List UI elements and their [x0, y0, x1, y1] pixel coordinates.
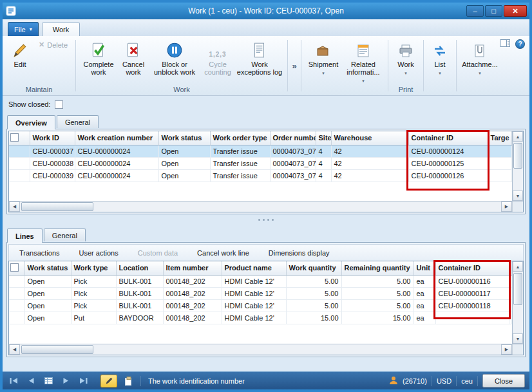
tab-general-bottom[interactable]: General — [44, 229, 86, 241]
first-record-button[interactable] — [7, 375, 20, 387]
scroll-right-button[interactable]: ▶ — [501, 344, 512, 355]
cancel-work-line-button[interactable]: Cancel work line — [197, 249, 249, 257]
ribbon-overflow-chevron[interactable]: » — [289, 36, 299, 95]
ribbon-tab-work[interactable]: Work — [42, 23, 80, 36]
vertical-scrollbar[interactable]: ▲ ▼ — [512, 261, 523, 344]
scroll-left-button[interactable]: ◀ — [9, 344, 20, 355]
pane-splitter[interactable] — [3, 214, 529, 225]
file-menu-button[interactable]: File ▾ — [8, 22, 39, 36]
ribbon-group-maintain: Edit ✕ Delete Maintain — [4, 36, 74, 95]
grid-cell: ea — [413, 275, 435, 287]
grid-cell: Transfer issue — [210, 145, 270, 157]
edit-record-button[interactable] — [100, 375, 117, 387]
table-row[interactable]: CEU-000038 CEU-000000024 Open Transfer i… — [9, 157, 512, 169]
ribbon-group-attachments: Attachme... ▾ — [458, 36, 502, 95]
work-exceptions-log-button[interactable]: Work exceptions log — [235, 38, 284, 77]
attachments-button[interactable]: Attachme... ▾ — [460, 38, 500, 79]
complete-work-button[interactable]: Complete work — [79, 38, 118, 77]
table-row[interactable]: CEU-000039 CEU-000000024 Open Transfer i… — [9, 169, 512, 182]
scroll-left-button[interactable]: ◀ — [9, 201, 20, 212]
edit-button[interactable]: Edit — [6, 38, 34, 70]
window-title: Work (1 - ceu) - Work ID: CEU-000037, Op… — [3, 6, 529, 15]
maximize-button[interactable]: □ — [485, 5, 502, 17]
help-icon[interactable]: ? — [515, 39, 525, 49]
column-header-work-type[interactable]: Work type — [71, 261, 116, 275]
paste-icon[interactable] — [122, 375, 136, 387]
scroll-up-button[interactable]: ▲ — [513, 261, 523, 272]
column-header-work-id[interactable]: Work ID — [30, 131, 75, 145]
column-header-site[interactable]: Site — [316, 131, 331, 145]
tab-lines[interactable]: Lines — [7, 229, 43, 243]
last-record-button[interactable] — [77, 375, 90, 387]
list-label: List — [434, 61, 445, 68]
scroll-right-button[interactable]: ▶ — [501, 201, 512, 212]
minimize-button[interactable]: – — [466, 5, 484, 17]
column-header-work-quantity[interactable]: Work quantity — [286, 261, 341, 275]
select-all-header — [9, 131, 30, 145]
column-header-work-order-type[interactable]: Work order type — [210, 131, 270, 145]
scroll-thumb[interactable] — [513, 143, 522, 169]
scroll-thumb[interactable] — [21, 345, 93, 354]
column-header-container-id[interactable]: Container ID — [435, 261, 509, 275]
column-header-container-id[interactable]: Container ID — [408, 131, 488, 145]
work-print-button[interactable]: Work ▾ — [392, 38, 420, 79]
layout-panes-icon[interactable] — [500, 39, 511, 49]
select-all-checkbox[interactable] — [10, 263, 19, 272]
table-row[interactable]: Open Put BAYDOOR 000148_202 HDMI Cable 1… — [9, 312, 512, 324]
cycle-counting-icon: 1,2,3 — [209, 51, 226, 59]
statusbar-separator — [456, 376, 457, 386]
delete-button[interactable]: ✕ Delete — [34, 38, 72, 51]
close-button[interactable]: Close — [482, 374, 525, 387]
list-button[interactable]: List ▾ — [427, 38, 453, 79]
column-header-order-number[interactable]: Order number — [270, 131, 316, 145]
previous-record-button[interactable] — [24, 375, 37, 387]
column-header-work-creation-number[interactable]: Work creation number — [75, 131, 158, 145]
column-header-item-number[interactable]: Item number — [163, 261, 222, 275]
cancel-work-button[interactable]: Cancel work — [118, 38, 149, 77]
dimensions-display-button[interactable]: Dimensions display — [269, 249, 330, 257]
column-header-remaining-quantity[interactable]: Remaining quantity — [341, 261, 413, 275]
block-unblock-work-button[interactable]: Block or unblock work — [149, 38, 200, 77]
table-row[interactable]: Open Pick BULK-001 000148_202 HDMI Cable… — [9, 275, 512, 287]
grid-cell: 5.00 — [341, 299, 413, 312]
tab-overview[interactable]: Overview — [7, 115, 55, 129]
column-header-work-status[interactable]: Work status — [158, 131, 210, 145]
next-record-button[interactable] — [59, 375, 72, 387]
grid-view-icon[interactable] — [42, 375, 55, 387]
shipment-crate-icon — [316, 39, 331, 59]
grid-cell: CEU-000000024 — [75, 145, 158, 157]
table-row[interactable]: CEU-000037 CEU-000000024 Open Transfer i… — [9, 145, 512, 157]
ribbon: Edit ✕ Delete Maintain Complete work — [3, 36, 529, 96]
transactions-button[interactable]: Transactions — [19, 249, 60, 257]
grid-cell: CEU-000000126 — [408, 169, 488, 182]
related-information-button[interactable]: Related informati... ▾ — [342, 38, 385, 86]
tab-general-top[interactable]: General — [57, 115, 99, 128]
column-header-work-status[interactable]: Work status — [24, 261, 71, 275]
close-window-button[interactable]: ✕ — [504, 5, 527, 17]
scroll-thumb[interactable] — [513, 273, 522, 305]
horizontal-scrollbar[interactable]: ◀ ▶ — [9, 201, 523, 212]
scroll-down-button[interactable]: ▼ — [513, 191, 523, 201]
show-closed-checkbox[interactable] — [55, 100, 63, 109]
horizontal-scrollbar[interactable]: ◀ ▶ — [9, 344, 523, 355]
shipment-button[interactable]: Shipment ▾ — [305, 38, 342, 79]
column-header-unit[interactable]: Unit — [413, 261, 435, 275]
vertical-scrollbar[interactable]: ▲ ▼ — [512, 131, 523, 201]
ribbon-separator — [456, 40, 457, 91]
column-header-target[interactable]: Targe — [488, 131, 512, 145]
scroll-thumb[interactable] — [21, 202, 93, 211]
column-header-location[interactable]: Location — [116, 261, 163, 275]
column-header-product-name[interactable]: Product name — [222, 261, 286, 275]
grid-cell: CEU-000000118 — [435, 299, 509, 312]
grid-cell: Pick — [71, 299, 116, 312]
scroll-up-button[interactable]: ▲ — [513, 131, 523, 142]
scroll-down-button[interactable]: ▼ — [513, 333, 523, 344]
select-all-checkbox[interactable] — [10, 133, 19, 142]
table-row[interactable]: Open Pick BULK-001 000148_202 HDMI Cable… — [9, 299, 512, 312]
attachments-label: Attachme... — [462, 61, 498, 68]
table-row[interactable]: Open Pick BULK-001 000148_202 HDMI Cable… — [9, 287, 512, 299]
ribbon-separator — [423, 40, 424, 91]
user-actions-button[interactable]: User actions — [79, 249, 119, 257]
grid-cell: Open — [158, 157, 210, 169]
column-header-warehouse[interactable]: Warehouse — [331, 131, 408, 145]
